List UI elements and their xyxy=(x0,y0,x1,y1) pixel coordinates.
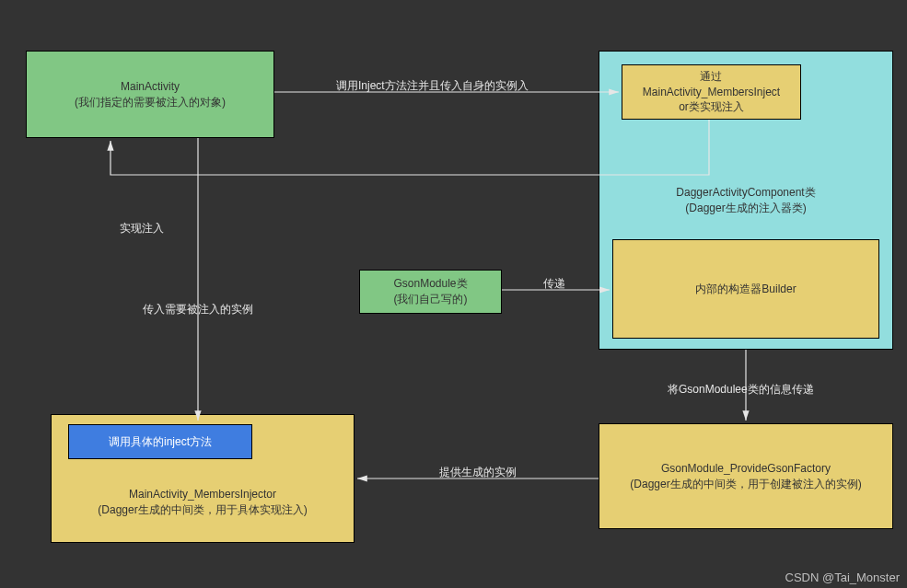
watermark: CSDN @Tai_Monster xyxy=(785,571,900,584)
mi-bottom-subtitle: (Dagger生成的中间类，用于具体实现注入) xyxy=(52,502,354,518)
edge-call-inject: 调用Inject方法注并且传入自身的实例入 xyxy=(336,78,529,94)
edge-impl-inject: 实现注入 xyxy=(120,221,164,236)
mi-top-line3: or类实现注入 xyxy=(643,99,780,115)
members-injector-bottom-box: 调用具体的inject方法 MainActivity_MembersInject… xyxy=(51,414,355,543)
edge-pass-instance: 传入需要被注入的实例 xyxy=(143,302,253,317)
dagger-component-subtitle: (Dagger生成的注入器类) xyxy=(599,201,892,216)
inject-method-label: 调用具体的inject方法 xyxy=(109,434,212,450)
gson-module-title: GsonModule类 xyxy=(393,276,467,292)
gson-factory-box: GsonModule_ProvideGsonFactory (Dagger生成的… xyxy=(599,423,893,529)
mi-top-line2: MainActivity_MembersInject xyxy=(643,85,780,100)
mi-bottom-title: MainActivity_MembersInjector xyxy=(52,487,354,502)
edge-provide-instance: 提供生成的实例 xyxy=(439,465,517,480)
members-injector-top-box: 通过 MainActivity_MembersInject or类实现注入 xyxy=(622,64,801,120)
gson-factory-subtitle: (Dagger生成的中间类，用于创建被注入的实例) xyxy=(630,477,861,492)
edge-pass-gson-module: 将GsonModulee类的信息传递 xyxy=(668,382,814,398)
dagger-component-title: DaggerActivityComponent类 xyxy=(599,185,892,201)
edge-pass: 传递 xyxy=(543,276,565,292)
builder-label: 内部的构造器Builder xyxy=(695,282,796,297)
gson-factory-title: GsonModule_ProvideGsonFactory xyxy=(630,461,861,477)
main-activity-box: MainActivity (我们指定的需要被注入的对象) xyxy=(26,51,274,138)
gson-module-subtitle: (我们自己写的) xyxy=(393,292,467,307)
main-activity-subtitle: (我们指定的需要被注入的对象) xyxy=(75,95,226,110)
main-activity-title: MainActivity xyxy=(75,79,226,95)
inject-method-box: 调用具体的inject方法 xyxy=(68,424,252,459)
mi-top-line1: 通过 xyxy=(643,69,780,85)
builder-box: 内部的构造器Builder xyxy=(612,239,879,339)
gson-module-box: GsonModule类 (我们自己写的) xyxy=(359,270,502,314)
